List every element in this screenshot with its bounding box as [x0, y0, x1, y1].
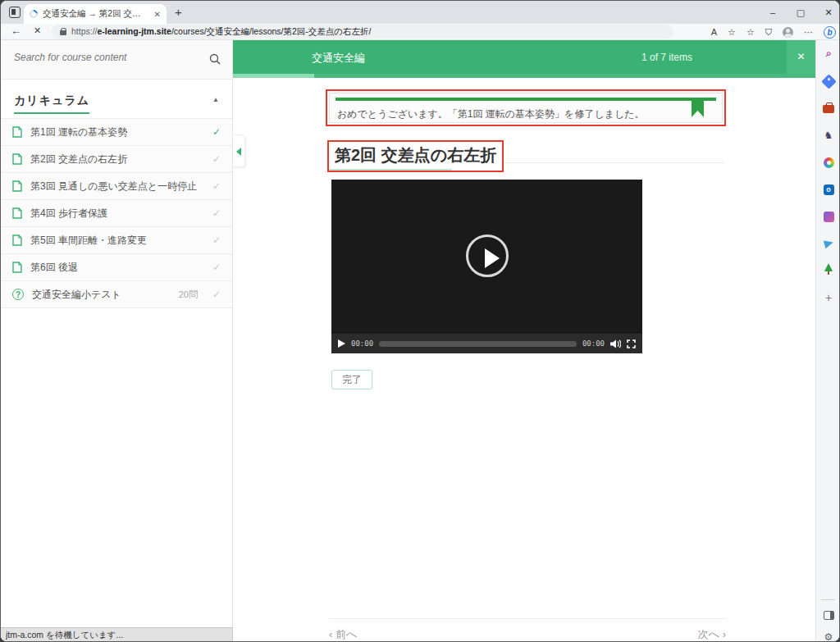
- lesson-doc-icon: [12, 153, 22, 165]
- sidebar-item-lesson6[interactable]: 第6回 後退 ✓: [1, 254, 232, 281]
- address-bar[interactable]: https://e-learning-jtm.site/courses/交通安全…: [52, 25, 673, 39]
- tab-close-icon[interactable]: ✕: [154, 10, 161, 19]
- check-icon: ✓: [212, 180, 221, 192]
- read-aloud-icon[interactable]: A: [711, 27, 717, 37]
- drop-icon[interactable]: [822, 237, 835, 250]
- tab-strip: 交通安全編 → 第2回 交差点の右左折 ✕ + – ▢ ✕: [1, 1, 840, 24]
- rail-divider: [821, 599, 835, 600]
- favorites-bar-icon[interactable]: ☆: [746, 27, 755, 38]
- eco-tree-icon[interactable]: [822, 263, 835, 276]
- check-icon: ✓: [212, 153, 221, 165]
- office-icon[interactable]: [822, 156, 835, 169]
- course-progress-fill: [233, 74, 314, 78]
- check-icon: ✓: [212, 234, 221, 246]
- rail-settings-icon[interactable]: ⚙: [822, 631, 835, 642]
- lesson-doc-icon: [12, 207, 22, 219]
- quiz-question-icon: ?: [12, 289, 24, 300]
- seek-bar[interactable]: [379, 341, 577, 347]
- curriculum-list: 第1回 運転の基本姿勢 ✓ 第2回 交差点の右左折 ✓ 第3回 見通しの悪い交差…: [1, 118, 232, 308]
- lock-icon: [60, 28, 66, 35]
- add-rail-icon[interactable]: +: [822, 291, 835, 304]
- volume-icon[interactable]: [610, 339, 621, 348]
- sidebar-panel-icon[interactable]: [822, 609, 835, 622]
- browser-tab[interactable]: 交通安全編 → 第2回 交差点の右左折 ✕: [24, 4, 167, 24]
- lesson-doc-icon: [12, 126, 22, 138]
- bing-chat-icon[interactable]: b: [824, 26, 836, 39]
- alert-accent-line: [336, 98, 716, 101]
- title-green-underline: [329, 169, 452, 171]
- lesson-title: 第2回 交差点の右左折: [335, 144, 496, 166]
- completion-alert: おめでとうございます。「第1回 運転の基本姿勢」を修了しました。: [329, 93, 723, 123]
- alert-text: おめでとうございます。「第1回 運転の基本姿勢」を修了しました。: [337, 107, 645, 121]
- course-search: [1, 40, 232, 80]
- next-link[interactable]: 次へ ›: [698, 627, 726, 641]
- edge-side-rail: ⌕ ♞ o + ⚙: [815, 40, 839, 641]
- curriculum-heading: カリキュラム: [14, 93, 89, 114]
- sidebar-item-lesson3[interactable]: 第3回 見通しの悪い交差点と一時停止 ✓: [1, 173, 232, 200]
- new-tab-button[interactable]: +: [175, 5, 182, 19]
- video-player[interactable]: 00:00 00:00: [331, 180, 642, 353]
- sidebar-item-lesson4[interactable]: 第4回 歩行者保護 ✓: [1, 200, 232, 227]
- mark-complete-button[interactable]: 完了: [331, 370, 372, 389]
- lesson-title-annotation: 第2回 交差点の右左折: [327, 140, 504, 172]
- window-controls: – ▢ ✕: [767, 1, 834, 24]
- check-icon: ✓: [212, 289, 221, 300]
- search-input[interactable]: [14, 52, 203, 63]
- sidebar-item-lesson2[interactable]: 第2回 交差点の右左折 ✓: [1, 146, 232, 173]
- more-menu-icon[interactable]: ⋯: [804, 27, 813, 38]
- lesson-doc-icon: [12, 262, 22, 273]
- course-title: 交通安全編: [312, 51, 365, 66]
- check-icon: ✓: [212, 207, 221, 219]
- curriculum-header[interactable]: カリキュラム ▲: [1, 80, 232, 118]
- minimize-button[interactable]: –: [767, 7, 778, 17]
- bookmark-icon: [692, 98, 704, 117]
- check-icon: ✓: [212, 262, 221, 273]
- lesson-doc-icon: [12, 234, 22, 246]
- stop-button[interactable]: ✕: [34, 25, 41, 36]
- rail-search-icon[interactable]: ⌕: [822, 47, 835, 60]
- collections-icon[interactable]: ⛉: [765, 27, 772, 38]
- current-time: 00:00: [351, 339, 373, 348]
- chevron-left-icon: [236, 148, 241, 156]
- completion-alert-annotation: おめでとうございます。「第1回 運転の基本姿勢」を修了しました。: [326, 89, 726, 126]
- prev-link[interactable]: ‹ 前へ: [329, 627, 357, 641]
- course-header: 交通安全編 1 of 7 items ✕: [233, 40, 815, 74]
- close-window-button[interactable]: ✕: [823, 7, 834, 18]
- course-progress-bar: [233, 74, 815, 78]
- maximize-button[interactable]: ▢: [795, 7, 806, 18]
- designer-icon[interactable]: [822, 210, 835, 223]
- outlook-icon[interactable]: o: [822, 183, 835, 196]
- favorites-star-icon[interactable]: ☆: [728, 27, 736, 38]
- lesson-panel: 交通安全編 1 of 7 items ✕ おめでとうございます。「第1回 運転の…: [233, 40, 815, 641]
- tools-icon[interactable]: [822, 102, 835, 115]
- browser-window: 交通安全編 → 第2回 交差点の右左折 ✕ + – ▢ ✕ ← ✕ https:…: [0, 0, 840, 642]
- duration: 00:00: [582, 339, 605, 348]
- collapse-caret-icon[interactable]: ▲: [212, 96, 219, 103]
- check-icon: ✓: [212, 126, 221, 138]
- back-button[interactable]: ←: [11, 25, 21, 37]
- play-icon[interactable]: [338, 339, 345, 348]
- quiz-count-badge: 20問: [179, 289, 198, 301]
- browser-toolbar: ← ✕ https://e-learning-jtm.site/courses/…: [1, 24, 840, 40]
- loading-spinner-icon: [28, 8, 39, 20]
- lesson-title-row: 第2回 交差点の右左折: [327, 140, 724, 168]
- video-controls: 00:00 00:00: [331, 334, 642, 353]
- tab-title: 交通安全編 → 第2回 交差点の右左折: [43, 8, 149, 20]
- lesson-pagination: ‹ 前へ 次へ ›: [329, 618, 726, 641]
- games-icon[interactable]: ♞: [822, 129, 835, 142]
- tab-actions-icon[interactable]: [9, 7, 21, 18]
- progress-label: 1 of 7 items: [641, 52, 692, 63]
- search-icon[interactable]: [209, 53, 221, 65]
- sidebar-item-lesson1[interactable]: 第1回 運転の基本姿勢 ✓: [1, 119, 232, 146]
- fullscreen-icon[interactable]: [627, 339, 636, 348]
- sidebar-collapse-button[interactable]: [233, 134, 245, 167]
- shopping-icon[interactable]: [822, 75, 835, 88]
- sidebar-item-quiz[interactable]: ? 交通安全編小テスト 20問 ✓: [1, 281, 232, 308]
- focus-mode-close-button[interactable]: ✕: [787, 40, 815, 74]
- lesson-doc-icon: [12, 180, 22, 192]
- play-button[interactable]: [466, 234, 509, 277]
- course-sidebar: カリキュラム ▲ 第1回 運転の基本姿勢 ✓ 第2回 交差点の右左折 ✓ 第3回…: [1, 40, 233, 641]
- profile-avatar[interactable]: [783, 27, 793, 38]
- sidebar-item-lesson5[interactable]: 第5回 車間距離・進路変更 ✓: [1, 227, 232, 254]
- url-text: https://e-learning-jtm.site/courses/交通安全…: [71, 26, 372, 38]
